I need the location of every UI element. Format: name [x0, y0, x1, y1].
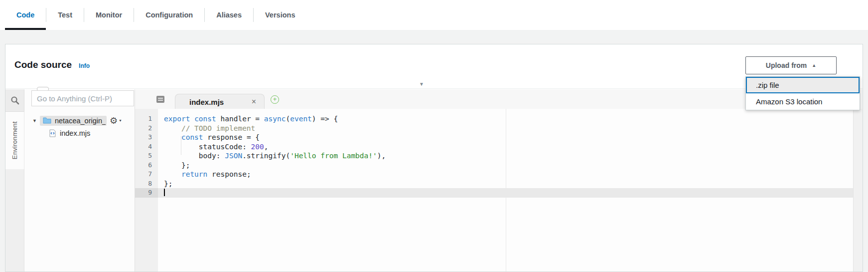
tab-versions[interactable]: Versions	[254, 0, 306, 30]
tree-settings-button[interactable]: ⚙ ▼	[110, 116, 122, 125]
editor-tab-label: index.mjs	[189, 98, 224, 106]
chevron-down-icon[interactable]: ▼	[32, 118, 37, 123]
code-line[interactable]: 7 return response;	[135, 170, 863, 179]
upload-from-menu: .zip file Amazon S3 location	[745, 76, 860, 110]
goto-anything-input[interactable]	[31, 90, 134, 106]
code-line[interactable]: 9	[135, 188, 863, 198]
code-text: statusCode: 200,	[164, 142, 269, 152]
code-text: // TODO implement	[164, 124, 255, 133]
code-source-header: Code source Info Upload from ▲ ▼	[5, 44, 863, 89]
file-code-icon	[49, 129, 56, 137]
code-line[interactable]: 3 const response = {	[135, 133, 863, 142]
line-number: 5	[135, 151, 152, 161]
code-line[interactable]: 5 body: JSON.stringify('Hello from Lambd…	[135, 151, 863, 161]
sidebar-filler	[5, 169, 24, 272]
environment-sidebar[interactable]: Environment	[5, 112, 24, 169]
caret-up-icon: ▲	[812, 63, 816, 68]
text-cursor	[164, 189, 165, 196]
upload-from-label: Upload from	[766, 61, 807, 69]
code-line[interactable]: 8};	[135, 179, 863, 189]
tab-aliases[interactable]: Aliases	[205, 0, 253, 30]
code-line[interactable]: 1export const handler = async(event) => …	[135, 114, 863, 124]
function-tab-bar: Code Test Monitor Configuration Aliases …	[0, 0, 868, 30]
menu-item-zip-file[interactable]: .zip file	[746, 77, 860, 93]
tab-code[interactable]: Code	[5, 0, 46, 30]
line-number: 3	[135, 133, 152, 142]
page-title: Code source	[14, 59, 72, 70]
info-link[interactable]: Info	[79, 62, 90, 69]
code-text: body: JSON.stringify('Hello from Lambda!…	[164, 151, 386, 161]
tree-item-folder[interactable]: ▼ netacea_origin_resp ⚙ ▼	[24, 114, 135, 127]
close-tab-icon[interactable]: ×	[252, 97, 256, 106]
file-tree-panel: ▼ netacea_origin_resp ⚙ ▼	[24, 89, 135, 272]
caret-down-icon: ▼	[119, 119, 122, 122]
folder-icon	[43, 117, 51, 124]
tab-monitor[interactable]: Monitor	[84, 0, 134, 30]
environment-label: Environment	[11, 121, 18, 159]
code-text: return response;	[164, 170, 251, 179]
lambda-code-page: { "nav_tabs": { "items": [ { "label": "C…	[0, 0, 868, 272]
line-number: 2	[135, 124, 152, 133]
line-number: 6	[135, 161, 152, 170]
search-sidebar-cell[interactable]	[5, 89, 24, 112]
menu-item-amazon-s3-location[interactable]: Amazon S3 location	[746, 93, 860, 110]
gear-icon: ⚙	[110, 116, 118, 125]
code-editor-workspace: Environment ▼ netacea_origin_resp ⚙ ▼	[5, 89, 863, 272]
line-number: 7	[135, 170, 152, 179]
code-text	[164, 188, 165, 198]
editor-scrollbar[interactable]	[853, 109, 863, 272]
line-number: 8	[135, 179, 152, 189]
code-text: };	[164, 161, 190, 170]
code-text: };	[164, 179, 172, 189]
tab-list-icon[interactable]	[156, 95, 165, 103]
line-number: 1	[135, 114, 152, 124]
new-tab-button[interactable]: +	[271, 95, 279, 104]
tab-test[interactable]: Test	[46, 0, 84, 30]
code-area[interactable]: 1export const handler = async(event) => …	[135, 109, 863, 272]
search-icon	[10, 96, 19, 105]
code-line[interactable]: 6 };	[135, 161, 863, 170]
code-text: const response = {	[164, 133, 260, 142]
line-number: 4	[135, 142, 152, 152]
indent-guide	[181, 136, 181, 155]
code-lines: 1export const handler = async(event) => …	[135, 114, 863, 198]
editor-tab-index-mjs[interactable]: index.mjs ×	[175, 94, 265, 109]
folder-name: netacea_origin_resp	[55, 117, 106, 125]
file-name: index.mjs	[60, 129, 90, 137]
upload-from-button[interactable]: Upload from ▲	[745, 56, 837, 74]
tree-item-index-mjs[interactable]: index.mjs	[24, 127, 135, 139]
ace-editor: index.mjs × + 1export const handler = as…	[135, 89, 863, 272]
collapse-pane-icon[interactable]: ▼	[419, 81, 424, 87]
tab-configuration[interactable]: Configuration	[134, 0, 204, 30]
code-source-panel: Code source Info Upload from ▲ ▼ .zip fi…	[5, 44, 863, 272]
code-text: export const handler = async(event) => {	[164, 114, 338, 124]
code-line[interactable]: 4 statusCode: 200,	[135, 142, 863, 152]
folder-selection-highlight[interactable]: netacea_origin_resp	[40, 116, 107, 126]
code-line[interactable]: 2 // TODO implement	[135, 124, 863, 133]
line-number: 9	[135, 188, 152, 198]
